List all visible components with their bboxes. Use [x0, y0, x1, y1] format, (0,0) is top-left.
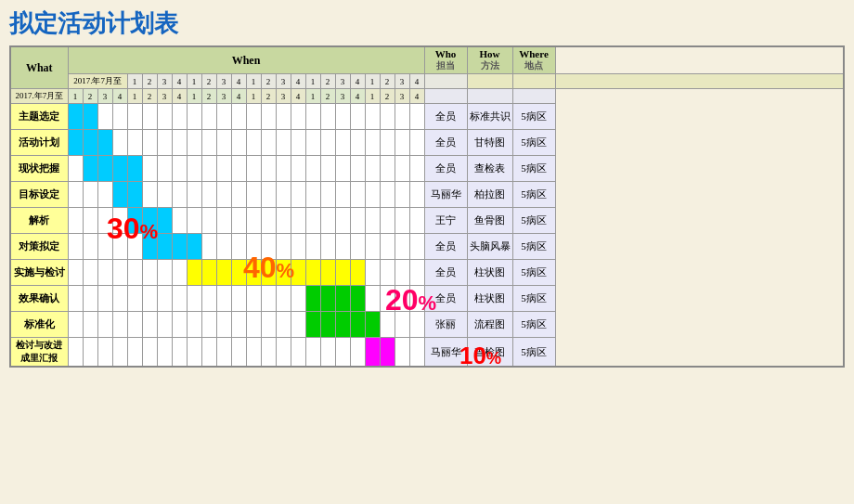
table-row: 标准化 张丽 流程图 5病区: [10, 312, 844, 338]
row-label-6: 对策拟定: [10, 234, 68, 260]
row-label-9: 标准化: [10, 312, 68, 338]
table-row: 实施与检讨 全员 柱状图 5病区: [10, 260, 844, 286]
page: 拟定活动计划表 What When Who担当 How方法 Where地点 20…: [0, 0, 854, 504]
table-row: 活动计划 全员 甘特图 5病区: [10, 130, 844, 156]
page-title: 拟定活动计划表: [9, 7, 845, 40]
where-6: 5病区: [512, 234, 555, 260]
table-row: 效果确认 全员 柱状图 5病区: [10, 286, 844, 312]
how-2: 甘特图: [467, 130, 512, 156]
who-4: 马丽华: [424, 182, 467, 208]
week-subheader: 2017.年7月至 1 2 3 4 1 2 3 4 1 2 3 4 1 2 3 …: [10, 89, 844, 104]
row-label-4: 目标设定: [10, 182, 68, 208]
where-7: 5病区: [512, 260, 555, 286]
how-header: How方法: [467, 46, 512, 74]
who-2: 全员: [424, 130, 467, 156]
where-header: Where地点: [512, 46, 555, 74]
where-5: 5病区: [512, 208, 555, 234]
year-label: 2017.年7月至: [68, 74, 127, 89]
row-label-5: 解析: [10, 208, 68, 234]
how-6: 头脑风暴: [467, 234, 512, 260]
table-row: 目标设定 马丽华 柏拉图 5病区: [10, 182, 844, 208]
row-label-10: 检讨与改进成里汇报: [10, 338, 68, 368]
who-3: 全员: [424, 156, 467, 182]
who-6: 全员: [424, 234, 467, 260]
who-10: 马丽华: [424, 338, 467, 368]
where-2: 5病区: [512, 130, 555, 156]
how-8: 柱状图: [467, 286, 512, 312]
who-8: 全员: [424, 286, 467, 312]
header-row-2: 2017.年7月至 1 2 3 4 1 2 3 4 1 2 3 4 1 2 3 …: [10, 74, 844, 89]
activity-table: What When Who担当 How方法 Where地点 2017.年7月至 …: [9, 45, 845, 368]
row-label-8: 效果确认: [10, 286, 68, 312]
who-9: 张丽: [424, 312, 467, 338]
table-row: 现状把握 全员 查检表 5病区: [10, 156, 844, 182]
who-header: Who担当: [424, 46, 467, 74]
table-row: 解析 王宁 鱼骨图 5病区: [10, 208, 844, 234]
row-label-7: 实施与检讨: [10, 260, 68, 286]
where-8: 5病区: [512, 286, 555, 312]
who-1: 全员: [424, 104, 467, 130]
where-10: 5病区: [512, 338, 555, 368]
row-label-1: 主题选定: [10, 104, 68, 130]
how-10: 查检图: [467, 338, 512, 368]
how-3: 查检表: [467, 156, 512, 182]
row-label-3: 现状把握: [10, 156, 68, 182]
how-5: 鱼骨图: [467, 208, 512, 234]
table-row: 检讨与改进成里汇报 马丽华 查检图 5病区: [10, 338, 844, 368]
how-1: 标准共识: [467, 104, 512, 130]
row-label-2: 活动计划: [10, 130, 68, 156]
who-5: 王宁: [424, 208, 467, 234]
what-header: What: [10, 46, 68, 89]
table-row: 对策拟定 全员 头脑风暴 5病区: [10, 234, 844, 260]
how-9: 流程图: [467, 312, 512, 338]
where-1: 5病区: [512, 104, 555, 130]
header-row-1: What When Who担当 How方法 Where地点: [10, 46, 844, 74]
where-3: 5病区: [512, 156, 555, 182]
where-4: 5病区: [512, 182, 555, 208]
when-header: When: [68, 46, 424, 74]
how-4: 柏拉图: [467, 182, 512, 208]
who-7: 全员: [424, 260, 467, 286]
where-9: 5病区: [512, 312, 555, 338]
how-7: 柱状图: [467, 260, 512, 286]
table-row: 主题选定 全员 标准共识 5病区: [10, 104, 844, 130]
